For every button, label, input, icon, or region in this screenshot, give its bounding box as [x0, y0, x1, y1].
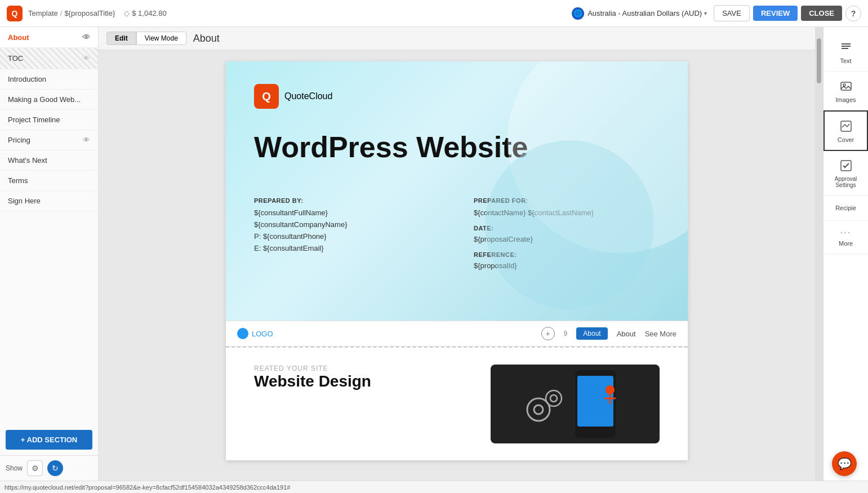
doc-nav-see-more[interactable]: See More: [645, 330, 676, 338]
toc-eye-icon[interactable]: 👁: [83, 54, 90, 63]
edit-view-toggle: Edit View Mode: [106, 32, 186, 45]
region-label: Australia - Australian Dollars (AUD): [587, 9, 702, 17]
right-panel: Text Images Cover ApprovalSettings Recip…: [823, 27, 868, 481]
breadcrumb-part1: Template: [28, 9, 58, 17]
cover-prepared-by: PREPARED BY: ${consultantFullName} ${con…: [254, 197, 440, 272]
gear-button[interactable]: ⚙: [27, 460, 43, 476]
doc-nav-add-button[interactable]: +: [541, 327, 555, 340]
rp-images-label: Images: [835, 96, 856, 103]
more-dots-icon: ···: [840, 228, 851, 238]
cover-logo-icon: Q: [254, 84, 279, 109]
edit-bar: Edit View Mode About: [99, 27, 815, 50]
cover-bg-blob2: [485, 140, 654, 309]
approval-icon: [838, 158, 854, 174]
main-layout: About 👁 TOC 👁 Introduction Making a Good…: [0, 27, 868, 481]
scroll-track[interactable]: [815, 27, 823, 481]
sidebar-item-terms[interactable]: Terms: [0, 171, 98, 191]
chat-icon: 💬: [838, 457, 852, 470]
doc-nav-logo-label: LOGO: [252, 330, 273, 338]
sidebar-item-label: Terms: [8, 176, 28, 185]
scroll-thumb[interactable]: [817, 38, 821, 83]
consultant-name: ${consultantFullName}: [254, 207, 440, 219]
breadcrumb-sep: /: [60, 9, 63, 17]
consultant-email: E: ${consultantEmail}: [254, 243, 440, 255]
sidebar-item-signhere[interactable]: Sign Here: [0, 191, 98, 211]
phone-mockup-svg: [519, 367, 631, 441]
region-caret-icon: ▾: [704, 10, 707, 16]
section-preview-text: reated Your Site Website Design: [254, 365, 474, 390]
text-icon: [838, 39, 854, 55]
cover-icon: [838, 118, 854, 134]
status-url: https://my.quotecloud.net/edit?proposal=…: [5, 484, 290, 491]
eye-icon[interactable]: 👁: [82, 33, 90, 42]
add-section-button[interactable]: + ADD SECTION: [6, 430, 92, 450]
region-flag: 🌐: [572, 7, 584, 20]
sidebar-item-toc[interactable]: TOC 👁: [0, 48, 98, 69]
rp-more-label: More: [839, 240, 853, 247]
sidebar-item-label: Making a Good Web...: [8, 95, 81, 104]
rp-item-approval[interactable]: ApprovalSettings: [824, 151, 868, 196]
sidebar-item-timeline[interactable]: Project Timeline: [0, 110, 98, 130]
status-bar: https://my.quotecloud.net/edit?proposal=…: [0, 481, 868, 493]
save-button[interactable]: SAVE: [714, 5, 750, 21]
show-toggle[interactable]: Show: [6, 464, 23, 472]
prepared-by-label: PREPARED BY:: [254, 197, 440, 204]
cover-page: Q QuoteCloud WordPress Website PREPARED …: [226, 61, 688, 321]
help-button[interactable]: ?: [845, 6, 861, 21]
close-button[interactable]: CLOSE: [801, 6, 842, 21]
svg-point-2: [546, 390, 562, 406]
rp-approval-label: ApprovalSettings: [835, 176, 857, 188]
view-mode-button[interactable]: View Mode: [136, 32, 186, 45]
sidebar-item-whatsnext[interactable]: What's Next: [0, 150, 98, 171]
doc-nav-count: 9: [564, 330, 568, 337]
sidebar: About 👁 TOC 👁 Introduction Making a Good…: [0, 27, 99, 481]
section-title: About: [193, 33, 220, 45]
edit-mode-button[interactable]: Edit: [106, 32, 136, 45]
price-icon: ◇: [124, 9, 130, 17]
sidebar-item-label: What's Next: [8, 156, 47, 165]
rp-item-more[interactable]: ··· More: [824, 221, 868, 254]
proposal-document: Q QuoteCloud WordPress Website PREPARED …: [226, 61, 688, 460]
region-selector[interactable]: 🌐 Australia - Australian Dollars (AUD) ▾: [572, 7, 707, 20]
content-area: Q QuoteCloud WordPress Website PREPARED …: [99, 50, 815, 481]
doc-navbar: LOGO + 9 About About See More: [226, 321, 688, 347]
section-image: [491, 365, 660, 443]
breadcrumb: Template / ${proposalTitle}: [28, 9, 115, 17]
sidebar-item-label: Pricing: [8, 136, 30, 144]
section-title-preview: Website Design: [254, 372, 474, 390]
sidebar-item-introduction[interactable]: Introduction: [0, 69, 98, 90]
review-button[interactable]: REVIEW: [753, 6, 798, 21]
consultant-phone: P: ${consultantPhone}: [254, 231, 440, 243]
doc-nav-about-link[interactable]: About: [617, 330, 636, 338]
sidebar-item-about[interactable]: About 👁: [0, 27, 98, 48]
sidebar-toc-label: TOC: [8, 54, 23, 63]
sidebar-item-label: Project Timeline: [8, 116, 60, 124]
sidebar-item-label: Introduction: [8, 75, 46, 83]
doc-nav-about-active[interactable]: About: [576, 327, 607, 340]
svg-point-1: [534, 405, 543, 414]
price-value: $ 1,042.80: [132, 9, 166, 17]
refresh-button[interactable]: ↻: [47, 460, 63, 476]
cover-logo-letter: Q: [262, 90, 271, 103]
rp-item-text[interactable]: Text: [824, 33, 868, 72]
app-logo: Q: [7, 6, 23, 21]
sidebar-item-label: Sign Here: [8, 197, 41, 205]
rp-item-images[interactable]: Images: [824, 72, 868, 110]
images-icon: [838, 78, 854, 94]
rp-item-cover[interactable]: Cover: [824, 110, 868, 151]
rp-item-recipie[interactable]: Recipie: [824, 196, 868, 221]
section-subtitle: reated Your Site: [254, 365, 474, 372]
cover-logo-name: QuoteCloud: [284, 91, 332, 101]
svg-rect-5: [577, 376, 613, 427]
consultant-company: ${consultantCompanyName}: [254, 219, 440, 231]
sidebar-item-pricing[interactable]: Pricing 👁: [0, 130, 98, 150]
topbar: Q Template / ${proposalTitle} ◇ $ 1,042.…: [0, 0, 868, 27]
pricing-eye-icon[interactable]: 👁: [83, 136, 90, 144]
sidebar-item-label: About: [8, 33, 29, 42]
sidebar-item-making[interactable]: Making a Good Web...: [0, 90, 98, 110]
rp-cover-label: Cover: [838, 136, 854, 143]
chat-fab[interactable]: 💬: [832, 451, 857, 476]
breadcrumb-part2: ${proposalTitle}: [64, 9, 115, 17]
rp-text-label: Text: [840, 57, 851, 64]
section-preview: reated Your Site Website Design: [226, 348, 688, 460]
